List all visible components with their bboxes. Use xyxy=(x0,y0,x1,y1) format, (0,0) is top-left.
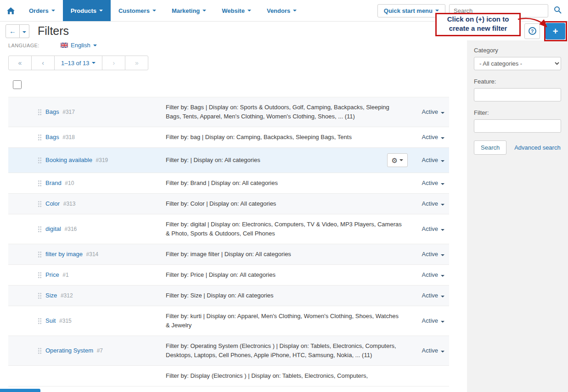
filter-id: #316 xyxy=(65,226,77,232)
status-dropdown[interactable]: Active xyxy=(416,156,444,165)
status-label: Active xyxy=(422,200,438,207)
filter-name-link[interactable]: Operating System xyxy=(45,347,93,354)
filter-label: Filter: xyxy=(474,109,561,116)
filter-name-link[interactable]: Suit xyxy=(45,317,56,324)
filter-id: #313 xyxy=(63,201,76,207)
caret-down-icon xyxy=(92,62,96,64)
pagination-prev-button[interactable]: ‹ xyxy=(31,56,55,70)
filter-name-link[interactable]: Brand xyxy=(45,179,62,186)
pagination: « ‹ 1–13 of 13 › » xyxy=(8,56,467,70)
feature-label: Feature: xyxy=(474,78,561,85)
filter-name-link[interactable]: filter by image xyxy=(45,251,83,258)
caret-down-icon xyxy=(441,296,444,297)
status-dropdown[interactable]: Active xyxy=(416,199,444,208)
status-dropdown[interactable]: Active xyxy=(416,179,444,188)
caret-down-icon xyxy=(441,254,444,256)
table-row: Price #1 Filter by: Price | Display on: … xyxy=(8,265,449,286)
caret-down-icon xyxy=(51,10,55,11)
nav-item-orders[interactable]: Orders xyxy=(21,0,63,21)
filter-description: Filter by: image filter | Display on: Al… xyxy=(166,250,416,259)
search-submit-button[interactable] xyxy=(552,5,563,16)
pagination-last-button[interactable]: » xyxy=(125,56,148,70)
drag-handle-icon[interactable] xyxy=(38,292,42,299)
filter-input[interactable] xyxy=(474,119,561,133)
drag-handle-icon[interactable] xyxy=(38,180,42,187)
annotation-line2: create a new filter xyxy=(439,24,517,33)
nav-item-products[interactable]: Products xyxy=(63,0,111,21)
filter-name-cell: Price #1 xyxy=(45,270,166,280)
nav-item-marketing[interactable]: Marketing xyxy=(164,0,214,21)
filter-name-link[interactable]: Price xyxy=(45,271,59,278)
filter-id: #312 xyxy=(61,292,73,299)
status-dropdown[interactable]: Active xyxy=(416,270,444,280)
filter-name-link[interactable]: Size xyxy=(45,292,57,299)
status-dropdown[interactable]: Active xyxy=(416,107,444,117)
table-row: Brand #10 Filter by: Brand | Display on:… xyxy=(8,173,449,194)
nav-item-label: Marketing xyxy=(172,7,200,14)
home-button[interactable] xyxy=(0,0,21,21)
filter-name-link[interactable]: digital xyxy=(45,225,61,232)
caret-down-icon xyxy=(441,160,444,162)
drag-handle-icon[interactable] xyxy=(38,347,42,354)
back-button[interactable]: ← xyxy=(6,24,20,38)
status-dropdown[interactable]: Active xyxy=(416,291,444,300)
filter-name-cell: Booking available #319 xyxy=(45,156,166,165)
caret-down-icon xyxy=(202,10,206,11)
filter-id: #319 xyxy=(96,157,108,163)
drag-handle-icon[interactable] xyxy=(38,251,42,258)
status-dropdown[interactable]: Active xyxy=(416,316,444,325)
status-label: Active xyxy=(422,251,438,258)
drag-handle-icon[interactable] xyxy=(38,272,42,279)
feature-input[interactable] xyxy=(474,88,561,101)
row-gear-button[interactable]: ⚙ xyxy=(387,153,408,167)
status-dropdown[interactable]: Active xyxy=(416,346,444,355)
drag-handle-icon[interactable] xyxy=(38,226,42,233)
sidebar-search-button[interactable]: Search xyxy=(474,140,506,155)
filter-name-cell: digital #316 xyxy=(45,224,166,234)
pagination-first-button[interactable]: « xyxy=(8,56,32,70)
nav-item-label: Products xyxy=(71,7,96,14)
filter-name-link[interactable]: Bags xyxy=(45,134,59,140)
category-select[interactable]: - All categories - xyxy=(474,57,561,70)
select-all-checkbox[interactable] xyxy=(13,80,22,89)
filter-name-cell: Bags #318 xyxy=(45,133,166,142)
table-row: Size #312 Filter by: Size | Display on: … xyxy=(8,286,449,306)
caret-down-icon xyxy=(441,275,444,277)
drag-handle-icon[interactable] xyxy=(38,201,42,207)
status-label: Active xyxy=(422,134,438,140)
nav-item-website[interactable]: Website xyxy=(214,0,259,21)
pagination-range-dropdown[interactable]: 1–13 of 13 xyxy=(54,56,102,70)
caret-down-icon xyxy=(441,183,444,185)
annotation-callout: Click on (+) icon to create a new filter xyxy=(435,13,521,36)
filter-name-cell: filter by image #314 xyxy=(45,250,166,259)
caret-down-icon xyxy=(22,31,26,33)
filter-description: Filter by: Color | Display on: All categ… xyxy=(166,199,416,208)
gear-icon: ⚙ xyxy=(392,157,398,164)
drag-handle-icon[interactable] xyxy=(38,157,42,164)
filter-name-link[interactable]: Bags xyxy=(45,108,59,115)
status-dropdown[interactable]: Active xyxy=(416,133,444,142)
filter-name-cell xyxy=(45,371,166,381)
drag-handle-icon[interactable] xyxy=(38,318,42,325)
status-dropdown[interactable]: Active xyxy=(416,224,444,234)
status-dropdown[interactable]: Active xyxy=(416,250,444,259)
filter-description: Filter by: | Display on: All categories xyxy=(166,156,387,165)
nav-item-customers[interactable]: Customers xyxy=(111,0,164,21)
filter-name-link[interactable]: Color xyxy=(45,200,60,207)
advanced-search-link[interactable]: Advanced search xyxy=(514,144,560,151)
pagination-next-button[interactable]: › xyxy=(102,56,125,70)
table-row: Operating System #7 Filter by: Operating… xyxy=(8,336,449,366)
drag-handle-icon[interactable] xyxy=(38,109,42,116)
filter-id: #315 xyxy=(59,318,72,324)
annotation-line1: Click on (+) icon to xyxy=(439,15,517,24)
filter-name-link[interactable]: Booking available xyxy=(45,157,92,163)
nav-item-vendors[interactable]: Vendors xyxy=(259,0,304,21)
drag-handle-icon[interactable] xyxy=(38,134,42,141)
pagination-range-label: 1–13 of 13 xyxy=(61,60,89,67)
filter-description: Filter by: Brand | Display on: All categ… xyxy=(166,179,416,188)
filter-id: #318 xyxy=(62,134,75,140)
caret-down-icon xyxy=(293,10,297,11)
table-row: digital #316 Filter by: digital | Displa… xyxy=(8,214,449,244)
language-selector[interactable]: English xyxy=(61,42,97,49)
back-dropdown-button[interactable] xyxy=(20,24,29,38)
